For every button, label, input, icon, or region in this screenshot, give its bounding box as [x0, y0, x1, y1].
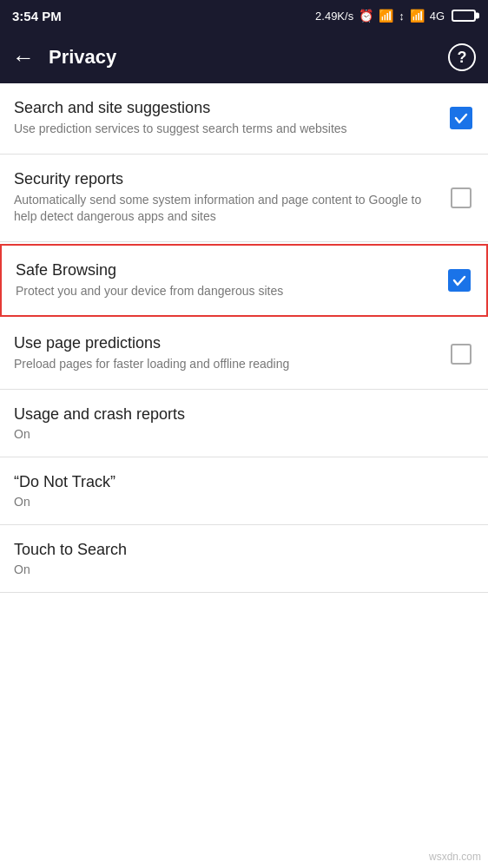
settings-status-touch-to-search: On [14, 562, 474, 576]
settings-desc-safe-browsing: Protect you and your device from dangero… [16, 283, 436, 300]
checkbox-safe-browsing[interactable] [446, 267, 472, 293]
settings-item-do-not-track[interactable]: “Do Not Track”On [0, 457, 488, 525]
settings-desc-page-predictions: Preload pages for faster loading and off… [14, 356, 438, 373]
settings-item-usage-crash-reports[interactable]: Usage and crash reportsOn [0, 390, 488, 457]
network-speed: 2.49K/s [315, 10, 353, 23]
watermark: wsxdn.com [429, 851, 481, 863]
alarm-icon: ⏰ [359, 9, 373, 23]
nav-bar: ← Privacy ? [0, 31, 488, 83]
status-icons: 2.49K/s ⏰ 📶 ↕ 📶 4G [315, 9, 476, 23]
settings-title-touch-to-search: Touch to Search [14, 541, 474, 559]
status-bar: 3:54 PM 2.49K/s ⏰ 📶 ↕ 📶 4G [0, 0, 488, 31]
settings-title-usage-crash-reports: Usage and crash reports [14, 405, 474, 424]
carrier-label: 4G [430, 10, 445, 23]
settings-title-search-suggestions: Search and site suggestions [14, 99, 438, 117]
settings-item-search-suggestions[interactable]: Search and site suggestionsUse predictio… [0, 83, 488, 155]
signal-icon: 📶 [379, 9, 393, 23]
checkbox-search-suggestions[interactable] [448, 105, 474, 131]
page-title: Privacy [49, 46, 434, 69]
settings-list: Search and site suggestionsUse predictio… [0, 83, 488, 593]
help-button[interactable]: ? [448, 43, 476, 71]
status-time: 3:54 PM [12, 9, 62, 23]
checkbox-page-predictions[interactable] [448, 341, 474, 367]
settings-title-page-predictions: Use page predictions [14, 334, 438, 352]
settings-desc-search-suggestions: Use prediction services to suggest searc… [14, 121, 438, 138]
settings-title-do-not-track: “Do Not Track” [14, 473, 474, 491]
back-button[interactable]: ← [12, 46, 35, 69]
settings-item-touch-to-search[interactable]: Touch to SearchOn [0, 525, 488, 593]
settings-item-page-predictions[interactable]: Use page predictionsPreload pages for fa… [0, 319, 488, 390]
settings-item-safe-browsing[interactable]: Safe BrowsingProtect you and your device… [0, 244, 488, 318]
data-transfer-icon: ↕ [399, 10, 405, 23]
settings-desc-security-reports: Automatically send some system informati… [14, 192, 438, 226]
checkbox-security-reports[interactable] [448, 185, 474, 211]
battery-icon [452, 10, 476, 22]
signal2-icon: 📶 [410, 9, 425, 23]
settings-title-safe-browsing: Safe Browsing [16, 261, 436, 279]
settings-title-security-reports: Security reports [14, 170, 438, 188]
settings-status-do-not-track: On [14, 495, 474, 509]
settings-item-security-reports[interactable]: Security reportsAutomatically send some … [0, 155, 488, 242]
settings-status-usage-crash-reports: On [14, 427, 474, 441]
